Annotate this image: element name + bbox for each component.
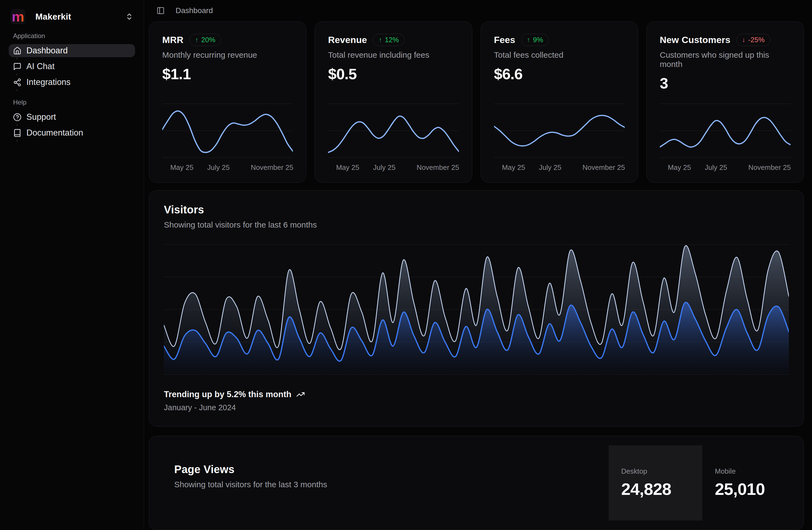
visitors-area-chart [164, 244, 789, 375]
page-views-card: Page Views Showing total visitors for th… [149, 436, 804, 530]
x-tick: July 25 [705, 163, 727, 172]
book-icon [13, 129, 21, 137]
sparkline-wrap: May 25 July 25 November 25 [494, 103, 625, 173]
toggle-value: 25,010 [715, 479, 796, 499]
sparkline-wrap: May 25 July 25 November 25 [328, 103, 459, 173]
sidebar: m Makerkit Application Dashboard AI Chat… [0, 0, 144, 530]
page-views-subtitle: Showing total visitors for the last 3 mo… [174, 480, 609, 489]
sidebar-item-label: Integrations [26, 77, 71, 87]
toggle-value: 24,828 [621, 479, 702, 499]
x-tick: July 25 [207, 163, 230, 172]
x-tick: May 25 [170, 163, 193, 172]
x-tick: May 25 [668, 163, 691, 172]
sidebar-item-label: Dashboard [26, 46, 68, 56]
sidebar-item-label: Support [26, 112, 56, 122]
x-axis-labels: May 25 July 25 November 25 [162, 163, 293, 173]
sidebar-nav: Application Dashboard AI Chat Integratio… [0, 27, 144, 142]
sidebar-section-help-label: Help [9, 99, 135, 106]
stat-value: $0.5 [328, 65, 459, 83]
x-tick: November 25 [582, 163, 625, 172]
badge-value: -25% [748, 36, 765, 44]
visitors-date-range: January - June 2024 [164, 403, 789, 412]
stat-cards-row: MRR ↑ 20% Monthly recurring revenue $1.1… [149, 22, 804, 183]
sidebar-section-application-label: Application [9, 32, 135, 40]
customers-sparkline-chart [660, 103, 791, 158]
x-tick: November 25 [748, 163, 791, 172]
x-tick: May 25 [502, 163, 525, 172]
stat-description: Monthly recurring revenue [162, 51, 293, 60]
trend-badge: ↑ 9% [521, 34, 549, 46]
stat-title: New Customers [660, 34, 730, 45]
arrow-up-icon: ↑ [195, 36, 199, 43]
trend-badge: ↑ 12% [373, 34, 405, 46]
chat-icon [13, 62, 21, 71]
stat-title: Fees [494, 34, 515, 45]
x-axis-labels: May 25 July 25 November 25 [494, 163, 625, 173]
brand-logo: m [10, 9, 26, 24]
x-tick: July 25 [539, 163, 561, 172]
visitors-title: Visitors [164, 204, 789, 216]
stat-value: $6.6 [494, 65, 625, 83]
trend-badge: ↓ -25% [736, 34, 770, 46]
brand-name: Makerkit [35, 12, 71, 22]
x-tick: July 25 [373, 163, 395, 172]
workspace-switcher[interactable]: m Makerkit [0, 6, 144, 27]
x-tick: November 25 [251, 163, 293, 172]
visitors-footer: Trending up by 5.2% this month January -… [164, 389, 789, 412]
home-icon [13, 46, 21, 55]
desktop-toggle-button[interactable]: Desktop 24,828 [609, 445, 702, 520]
x-tick: November 25 [417, 163, 459, 172]
stat-card-new-customers: New Customers ↓ -25% Customers who signe… [647, 22, 804, 183]
sidebar-item-ai-chat[interactable]: AI Chat [9, 60, 135, 73]
toggle-label: Desktop [621, 467, 702, 475]
page-views-toggles: Desktop 24,828 Mobile 25,010 [609, 445, 796, 530]
sidebar-item-label: Documentation [26, 128, 83, 138]
mrr-sparkline-chart [162, 103, 293, 158]
arrow-up-icon: ↑ [379, 36, 382, 43]
stat-description: Total revenue including fees [328, 51, 459, 60]
badge-value: 12% [385, 36, 399, 44]
revenue-sparkline-chart [328, 103, 459, 158]
page-views-title: Page Views [174, 463, 609, 475]
arrow-up-icon: ↑ [527, 36, 530, 43]
sidebar-item-dashboard[interactable]: Dashboard [9, 44, 135, 57]
sparkline-wrap: May 25 July 25 November 25 [162, 103, 293, 173]
x-axis-labels: May 25 July 25 November 25 [660, 163, 791, 173]
sparkline-wrap: May 25 July 25 November 25 [660, 103, 791, 173]
stat-description: Total fees collected [494, 51, 625, 60]
stat-value: $1.1 [162, 65, 293, 83]
chevrons-up-down-icon [125, 13, 133, 21]
badge-value: 9% [533, 36, 543, 44]
stat-title: Revenue [328, 34, 367, 45]
help-icon [13, 113, 21, 121]
fees-sparkline-chart [494, 103, 625, 158]
mobile-toggle-button[interactable]: Mobile 25,010 [702, 445, 796, 520]
trend-badge: ↑ 20% [189, 34, 221, 46]
stat-card-mrr: MRR ↑ 20% Monthly recurring revenue $1.1… [149, 22, 306, 183]
x-axis-labels: May 25 July 25 November 25 [328, 163, 459, 173]
visitors-subtitle: Showing total visitors for the last 6 mo… [164, 220, 789, 229]
arrow-down-icon: ↓ [742, 36, 745, 43]
badge-value: 20% [201, 36, 215, 44]
sidebar-item-label: AI Chat [26, 61, 55, 71]
topbar: Dashboard [149, 0, 804, 22]
stat-title: MRR [162, 34, 184, 45]
share-icon [13, 78, 21, 87]
main-content: Dashboard MRR ↑ 20% Monthly recurring re… [144, 0, 812, 530]
page-views-header: Page Views Showing total visitors for th… [149, 436, 609, 530]
brand-logo-letter: m [12, 10, 24, 23]
breadcrumb: Dashboard [176, 6, 213, 15]
sidebar-item-integrations[interactable]: Integrations [9, 76, 135, 89]
stat-card-revenue: Revenue ↑ 12% Total revenue including fe… [315, 22, 472, 183]
toggle-label: Mobile [715, 467, 796, 475]
x-tick: May 25 [336, 163, 359, 172]
sidebar-toggle-button[interactable] [157, 6, 165, 15]
sidebar-item-support[interactable]: Support [9, 111, 135, 124]
stat-value: 3 [660, 74, 791, 92]
visitors-trend-text: Trending up by 5.2% this month [164, 389, 291, 399]
stat-card-fees: Fees ↑ 9% Total fees collected $6.6 May … [481, 22, 638, 183]
trending-up-icon [296, 390, 305, 399]
visitors-card: Visitors Showing total visitors for the … [149, 190, 804, 427]
sidebar-item-documentation[interactable]: Documentation [9, 126, 135, 139]
stat-description: Customers who signed up this month [660, 51, 791, 69]
